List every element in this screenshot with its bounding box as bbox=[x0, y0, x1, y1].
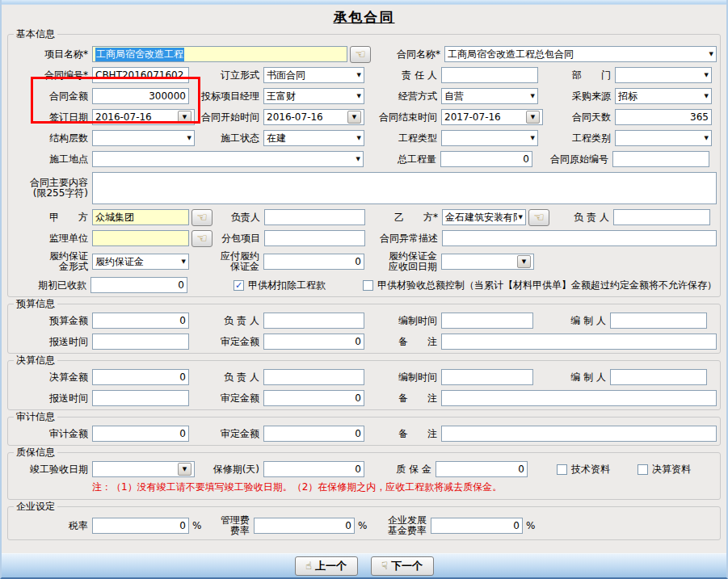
party-b-lookup-button[interactable]: ☜ bbox=[528, 209, 549, 226]
budget-amount-input[interactable] bbox=[92, 313, 189, 329]
warranty-deposit-input[interactable] bbox=[436, 461, 528, 477]
department-select[interactable]: ▼ bbox=[615, 67, 712, 83]
calendar-dropdown-button[interactable]: ▼ bbox=[526, 111, 540, 124]
section-enterprise-settings: 企业设定 税率 % 管理费 费率 % 企业发展 基金费率 % bbox=[7, 506, 721, 540]
construction-status-label: 施工状态 bbox=[195, 133, 263, 144]
end-date-picker[interactable]: 2017-07-16 ▼ bbox=[441, 109, 543, 125]
project-name-field[interactable]: 工商局宿舍改造工程 bbox=[92, 46, 347, 62]
final-compile-time-input[interactable] bbox=[441, 369, 533, 385]
dev-fund-rate-label: 企业发展 基金费率 bbox=[368, 515, 431, 535]
supervisor-lookup-button[interactable]: ☜ bbox=[191, 230, 213, 247]
section-basic-legend: 基本信息 bbox=[14, 28, 57, 40]
tech-doc-checkbox[interactable] bbox=[557, 464, 567, 475]
location-select[interactable]: ▼ bbox=[92, 151, 364, 167]
final-submit-time-input[interactable] bbox=[92, 390, 189, 406]
budget-head-input[interactable] bbox=[263, 313, 364, 329]
bond-return-date-picker[interactable]: ▼ bbox=[441, 254, 534, 270]
operation-mode-select[interactable]: 自营 ▼ bbox=[441, 88, 538, 104]
final-doc-checkbox[interactable] bbox=[638, 464, 648, 475]
party-b-head-input[interactable] bbox=[613, 209, 710, 225]
mgmt-fee-rate-input[interactable] bbox=[254, 518, 355, 534]
chevron-down-icon: ▼ bbox=[356, 73, 361, 78]
acceptance-date-picker[interactable]: ▼ bbox=[92, 461, 195, 477]
next-button[interactable]: ☟ 下一个 bbox=[371, 556, 434, 576]
calendar-dropdown-button[interactable]: ▼ bbox=[517, 255, 531, 268]
budget-remark-input[interactable] bbox=[441, 334, 717, 350]
budget-approved-input[interactable] bbox=[263, 334, 364, 350]
final-compiler-input[interactable] bbox=[610, 369, 707, 385]
final-compile-time-label: 编制时间 bbox=[364, 372, 441, 383]
final-approved-input[interactable] bbox=[263, 390, 364, 406]
party-b-value: 金石建筑安装有限公司 bbox=[445, 211, 517, 224]
section-budget-info: 预算信息 预算金额 负 责 人 编制时间 编 制 人 报送时间 审定金额 备 注 bbox=[7, 304, 721, 354]
procurement-source-select[interactable]: 招标 ▼ bbox=[615, 88, 712, 104]
initial-received-input[interactable] bbox=[90, 277, 187, 293]
bid-manager-select[interactable]: 王富财 ▼ bbox=[263, 88, 364, 104]
audit-amount-input[interactable] bbox=[92, 426, 189, 442]
chevron-down-icon: ▼ bbox=[703, 94, 709, 99]
party-a-head-input[interactable] bbox=[264, 209, 365, 225]
final-amount-label: 决算金额 bbox=[11, 372, 92, 383]
dev-fund-rate-input[interactable] bbox=[431, 518, 523, 534]
prev-button[interactable]: ☝ 上一个 bbox=[295, 556, 358, 576]
project-type-select[interactable]: ▼ bbox=[441, 130, 538, 146]
audit-remark-input[interactable] bbox=[441, 426, 717, 442]
form-type-select[interactable]: 书面合同 ▼ bbox=[263, 67, 364, 83]
final-submit-time-label: 报送时间 bbox=[11, 393, 92, 404]
subproject-input[interactable] bbox=[264, 230, 365, 246]
final-head-input[interactable] bbox=[263, 369, 364, 385]
project-class-select[interactable]: ▼ bbox=[615, 130, 712, 146]
section-basic-info: 基本信息 项目名称* 工商局宿舍改造工程 ☜ 合同名称* 工商局宿舍改造工程总包… bbox=[7, 34, 721, 297]
sign-date-value: 2016-07-16 bbox=[95, 111, 178, 123]
supervisor-field[interactable] bbox=[92, 230, 189, 246]
responsible-input[interactable] bbox=[441, 67, 538, 83]
page-title: 承包合同 bbox=[2, 5, 726, 27]
budget-submit-time-input[interactable] bbox=[92, 334, 189, 350]
contract-amount-input[interactable] bbox=[92, 88, 189, 104]
party-b-select[interactable]: 金石建筑安装有限公司 ▼ bbox=[442, 209, 526, 225]
operation-mode-value: 自营 bbox=[444, 90, 529, 103]
calendar-dropdown-button[interactable]: ▼ bbox=[178, 463, 191, 476]
party-a-head-label: 负责人 bbox=[213, 212, 264, 223]
procurement-source-value: 招标 bbox=[618, 90, 703, 103]
chevron-down-icon: ▼ bbox=[703, 73, 709, 78]
floors-select[interactable]: ▼ bbox=[92, 130, 195, 146]
main-content-textarea[interactable] bbox=[92, 172, 717, 204]
form-row: 合同主要内容 (限255字符) bbox=[11, 172, 717, 204]
budget-compiler-input[interactable] bbox=[610, 313, 707, 329]
original-no-input[interactable] bbox=[612, 151, 709, 167]
contract-name-select[interactable]: 工商局宿舍改造工程总包合同 ▼ bbox=[444, 46, 717, 62]
construction-status-select[interactable]: 在建 ▼ bbox=[263, 130, 364, 146]
total-quantity-input[interactable] bbox=[440, 151, 532, 167]
tax-rate-input[interactable] bbox=[92, 518, 189, 534]
budget-compile-time-input[interactable] bbox=[441, 313, 533, 329]
bond-payable-input[interactable] bbox=[263, 254, 364, 270]
calendar-dropdown-button[interactable]: ▼ bbox=[347, 111, 361, 124]
chevron-down-icon: ▼ bbox=[183, 467, 187, 472]
start-date-picker[interactable]: 2016-07-16 ▼ bbox=[263, 109, 364, 125]
bond-form-select[interactable]: 履约保证金 ▼ bbox=[92, 254, 189, 270]
final-amount-input[interactable] bbox=[92, 369, 189, 385]
abnormal-desc-input[interactable] bbox=[442, 230, 717, 246]
project-lookup-button[interactable]: ☜ bbox=[350, 46, 371, 63]
form-row: 报送时间 审定金额 备 注 bbox=[11, 334, 717, 350]
project-class-label: 工程类别 bbox=[538, 133, 615, 144]
section-warranty-legend: 质保信息 bbox=[14, 447, 57, 458]
material-control-checkbox[interactable] bbox=[363, 280, 373, 291]
party-a-lookup-button[interactable]: ☜ bbox=[191, 209, 213, 226]
audit-approved-input[interactable] bbox=[263, 426, 364, 442]
budget-head-label: 负 责 人 bbox=[189, 316, 263, 326]
hand-pointer-icon: ☜ bbox=[196, 231, 207, 245]
final-remark-input[interactable] bbox=[441, 390, 717, 406]
contract-no-input[interactable] bbox=[92, 67, 189, 83]
sign-date-picker[interactable]: 2016-07-16 ▼ bbox=[92, 109, 195, 125]
construction-status-value: 在建 bbox=[267, 132, 356, 145]
party-a-field[interactable]: 众城集团 bbox=[92, 209, 189, 225]
department-label: 部 门 bbox=[538, 70, 615, 81]
deduct-material-checkbox[interactable]: ✓ bbox=[234, 280, 244, 291]
contract-days-input[interactable] bbox=[615, 109, 712, 125]
calendar-dropdown-button[interactable]: ▼ bbox=[178, 111, 191, 124]
responsible-label: 责 任 人 bbox=[364, 70, 441, 81]
warranty-period-input[interactable] bbox=[263, 461, 364, 477]
chevron-down-icon: ▼ bbox=[708, 52, 713, 57]
